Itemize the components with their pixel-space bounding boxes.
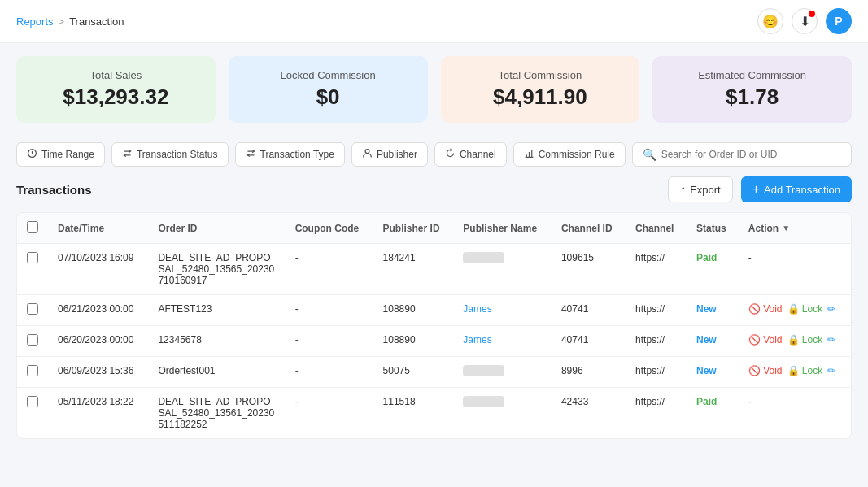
filter-transaction-status[interactable]: Transaction Status (111, 142, 229, 167)
col-action: Action ▼ (739, 213, 851, 244)
cell-coupon: - (286, 326, 373, 357)
table-row: 06/09/2023 15:36 Ordertest001 - 50075 ██… (17, 357, 851, 388)
stat-card-0: Total Sales $13,293.32 (16, 56, 216, 123)
emoji-button[interactable]: 😊 (757, 8, 783, 34)
cell-datetime: 07/10/2023 16:09 (48, 244, 148, 295)
cell-datetime: 06/20/2023 00:00 (48, 326, 148, 357)
transactions-table: Date/Time Order ID Coupon Code Publisher… (16, 212, 852, 439)
export-button[interactable]: ↑ Export (668, 176, 733, 202)
row-checkbox[interactable] (27, 396, 38, 407)
publisher-name: James (463, 334, 491, 346)
lock-button[interactable]: 🔒 Lock (787, 365, 823, 376)
cell-publishername: ██████ (453, 244, 552, 295)
col-channelid: Channel ID (552, 213, 626, 244)
export-label: Export (690, 184, 721, 196)
action-dash: - (748, 252, 752, 263)
stat-value-0: $13,293.32 (33, 85, 199, 110)
cell-datetime: 05/11/2023 18:22 (48, 388, 148, 439)
action-dropdown-icon[interactable]: ▼ (782, 224, 790, 233)
cell-action: 🚫 Void 🔒 Lock ✏ (739, 295, 851, 326)
edit-button[interactable]: ✏ (827, 365, 835, 376)
row-checkbox-cell (17, 388, 48, 439)
row-checkbox-cell (17, 244, 48, 295)
cell-channel: https:// (626, 357, 687, 388)
select-all-checkbox[interactable] (27, 221, 38, 233)
filter-commission-rule[interactable]: Commission Rule (513, 142, 626, 167)
cell-publishername: ██████ (453, 357, 552, 388)
status-badge: New (696, 365, 717, 376)
channel-icon (445, 148, 456, 161)
top-bar: Reports > Transaction 😊 ⬇ P (0, 0, 868, 43)
row-checkbox[interactable] (27, 303, 38, 315)
action-buttons: 🚫 Void 🔒 Lock ✏ (748, 334, 841, 346)
filter-publisher[interactable]: Publisher (351, 142, 428, 167)
cell-orderid: 12345678 (148, 326, 285, 357)
cell-status: Paid (687, 244, 739, 295)
select-all-header (17, 213, 48, 244)
breadcrumb-parent[interactable]: Reports (16, 15, 54, 28)
time-range-label: Time Range (41, 149, 94, 160)
cell-orderid: AFTEST123 (148, 295, 285, 326)
search-box: 🔍 (632, 142, 852, 167)
void-button[interactable]: 🚫 Void (748, 334, 783, 346)
commission-rule-label: Commission Rule (539, 149, 615, 160)
cell-action: - (739, 388, 851, 439)
cell-publisherid: 108890 (373, 326, 454, 357)
col-channel: Channel (626, 213, 687, 244)
search-input[interactable] (661, 149, 841, 160)
cell-channel: https:// (626, 326, 687, 357)
cell-channelid: 109615 (552, 244, 626, 295)
filter-channel[interactable]: Channel (434, 142, 507, 167)
stat-card-1: Locked Commission $0 (229, 56, 428, 123)
lock-button[interactable]: 🔒 Lock (787, 334, 823, 346)
breadcrumb: Reports > Transaction (16, 15, 124, 28)
cell-channel: https:// (626, 388, 687, 439)
cell-publisherid: 50075 (373, 357, 454, 388)
filter-transaction-type[interactable]: Transaction Type (235, 142, 345, 167)
cell-publishername: James (453, 326, 552, 357)
status-badge: New (696, 303, 717, 315)
time-range-icon (27, 148, 37, 161)
filters-row: Time Range Transaction Status Transactio… (0, 136, 868, 176)
row-checkbox[interactable] (27, 252, 38, 263)
row-checkbox-cell (17, 295, 48, 326)
col-publisherid: Publisher ID (373, 213, 454, 244)
cell-orderid: DEAL_SITE_AD_PROPOSAL_52480_13561_202305… (148, 388, 285, 439)
status-badge: Paid (696, 396, 717, 407)
commission-rule-icon (524, 148, 534, 161)
cell-publisherid: 111518 (373, 388, 454, 439)
table-header: Date/Time Order ID Coupon Code Publisher… (17, 213, 851, 244)
stat-label-3: Estimated Commission (669, 69, 835, 81)
emoji-icon: 😊 (762, 14, 779, 29)
avatar[interactable]: P (826, 8, 852, 34)
row-checkbox[interactable] (27, 365, 38, 376)
cell-status: New (687, 326, 739, 357)
filter-time-range[interactable]: Time Range (16, 142, 105, 167)
publisher-name-blurred: ██████ (463, 396, 504, 407)
transaction-status-icon (122, 148, 133, 161)
cell-coupon: - (286, 388, 373, 439)
col-orderid: Order ID (148, 213, 285, 244)
edit-button[interactable]: ✏ (827, 334, 835, 346)
void-button[interactable]: 🚫 Void (748, 365, 783, 376)
stat-value-1: $0 (245, 85, 412, 110)
export-icon: ↑ (680, 183, 686, 196)
status-badge: Paid (696, 252, 717, 263)
cell-channel: https:// (626, 295, 687, 326)
action-buttons: 🚫 Void 🔒 Lock ✏ (748, 365, 841, 376)
void-button[interactable]: 🚫 Void (748, 303, 783, 315)
row-checkbox[interactable] (27, 334, 38, 346)
top-right-actions: 😊 ⬇ P (757, 8, 852, 34)
cell-orderid: Ordertest001 (148, 357, 285, 388)
cell-publisherid: 184241 (373, 244, 454, 295)
stats-row: Total Sales $13,293.32Locked Commission … (0, 43, 868, 136)
edit-button[interactable]: ✏ (827, 303, 835, 315)
add-transaction-button[interactable]: + Add Transaction (741, 176, 852, 202)
download-button[interactable]: ⬇ (792, 8, 818, 34)
cell-coupon: - (286, 244, 373, 295)
search-icon: 🔍 (643, 148, 656, 161)
channel-label: Channel (460, 149, 496, 160)
cell-orderid: DEAL_SITE_AD_PROPOSAL_52480_13565_202307… (148, 244, 285, 295)
cell-publishername: James (453, 295, 552, 326)
lock-button[interactable]: 🔒 Lock (787, 303, 823, 315)
